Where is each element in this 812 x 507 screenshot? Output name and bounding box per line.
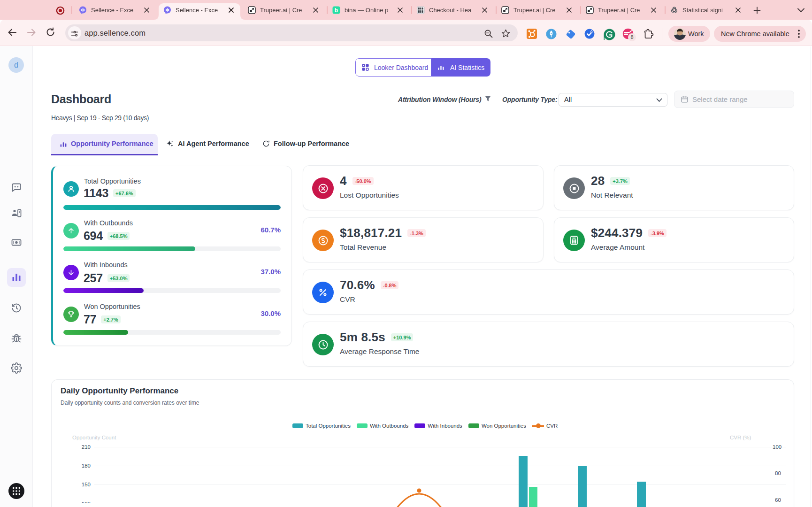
svg-text:b: b	[335, 7, 338, 14]
